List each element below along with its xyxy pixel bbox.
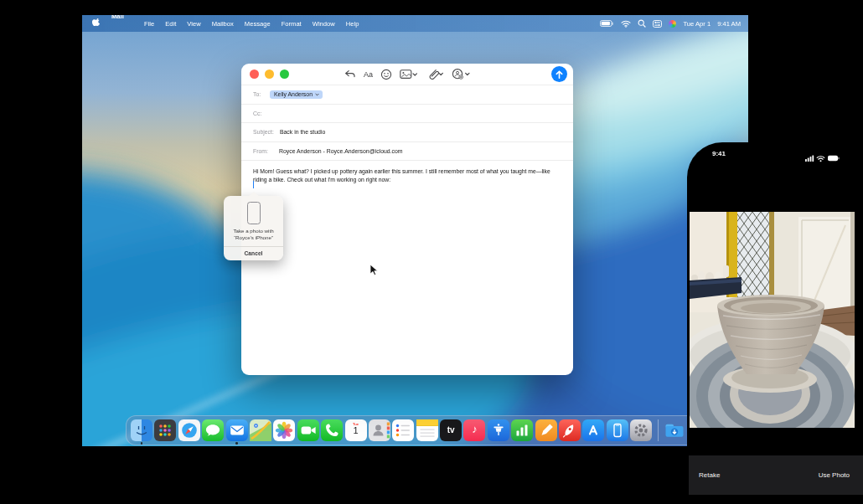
dock-tv-icon[interactable]: tv <box>440 419 462 441</box>
recipient-token[interactable]: Kelly Anderson <box>270 90 323 100</box>
dock-contacts-icon[interactable] <box>369 419 390 441</box>
battery-icon <box>828 156 839 161</box>
siri-icon[interactable] <box>669 20 676 28</box>
subject-field[interactable]: Subject: Back in the studio <box>241 123 573 142</box>
camera-preview-photo <box>690 212 855 428</box>
iphone-outline-icon <box>247 202 261 224</box>
mouse-cursor <box>369 264 379 280</box>
tv-label: tv <box>440 425 462 435</box>
popover-text: Take a photo with “Royce’s iPhone” <box>224 228 283 242</box>
dock-numbers-icon[interactable] <box>511 419 533 441</box>
menu-item-file[interactable]: File <box>144 20 154 28</box>
menubar-time[interactable]: 9:41 AM <box>717 20 741 28</box>
subject-label: Subject: <box>253 129 274 135</box>
menu-item-mail-app[interactable]: Mail <box>111 15 133 34</box>
to-field[interactable]: To: Kelly Anderson <box>241 85 573 105</box>
dock-launchpad-icon[interactable] <box>154 419 176 441</box>
control-center-icon[interactable] <box>653 20 662 28</box>
dock-separator <box>658 419 659 441</box>
attach-file-button[interactable] <box>426 68 444 80</box>
dock-pages-icon[interactable] <box>535 419 557 441</box>
iphone-continuity-camera: 9:41 <box>687 142 863 504</box>
menu-item-view[interactable]: View <box>187 20 200 28</box>
menu-bar: Mail File Edit View Mailbox Message Form… <box>82 15 748 32</box>
spotlight-search-icon[interactable] <box>638 19 646 28</box>
dock-downloads-folder-icon[interactable] <box>664 419 685 441</box>
retake-button[interactable]: Retake <box>699 471 720 479</box>
send-button[interactable] <box>551 66 567 82</box>
menu-item-edit[interactable]: Edit <box>165 20 176 28</box>
menu-item-window[interactable]: Window <box>313 20 335 28</box>
to-label: To: <box>253 91 264 97</box>
photo-browser-button[interactable] <box>400 69 418 80</box>
camera-controls-bar: Retake Use Photo <box>689 455 863 495</box>
emoji-picker-icon[interactable] <box>380 69 392 80</box>
iphone-status-icons <box>805 151 840 166</box>
undo-icon[interactable] <box>344 69 356 80</box>
recipient-name: Kelly Anderson <box>274 91 313 97</box>
calendar-day: 1 <box>345 425 367 435</box>
dock-safari-icon[interactable] <box>178 419 200 441</box>
dock: Tue 1 tv ♪ <box>126 415 705 445</box>
popover-line1: Take a photo with <box>226 228 281 234</box>
chevron-down-icon <box>315 93 319 96</box>
insert-from-iphone-button[interactable] <box>452 68 471 80</box>
menu-item-mailbox[interactable]: Mailbox <box>212 20 234 28</box>
battery-icon[interactable] <box>600 20 614 28</box>
from-value: Royce Anderson - Royce.Anderson@icloud.c… <box>279 148 403 154</box>
dock-calendar-icon[interactable]: Tue 1 <box>345 419 367 441</box>
dock-finder-icon[interactable] <box>131 419 152 441</box>
music-note-glyph: ♪ <box>463 423 485 435</box>
text-caret <box>253 181 254 188</box>
dock-rocket-icon[interactable] <box>559 419 581 441</box>
wifi-icon[interactable] <box>621 20 631 28</box>
cellular-signal-icon <box>805 155 814 162</box>
mail-compose-window: Aa To: Kelly Anderson <box>241 64 573 375</box>
dock-facetime-icon[interactable] <box>297 419 319 441</box>
cc-label: Cc: <box>253 111 264 116</box>
menu-item-message[interactable]: Message <box>245 20 271 28</box>
menubar-date[interactable]: Tue Apr 1 <box>683 20 711 28</box>
cancel-button[interactable]: Cancel <box>224 247 283 260</box>
wifi-icon <box>817 157 824 162</box>
popover-line2: “Royce’s iPhone” <box>226 234 281 241</box>
dock-music-icon[interactable]: ♪ <box>463 419 485 441</box>
dock-mail-icon[interactable] <box>226 419 248 441</box>
dock-photos-icon[interactable] <box>273 419 295 441</box>
subject-value: Back in the studio <box>280 129 325 135</box>
cc-field[interactable]: Cc: <box>241 105 573 124</box>
menu-item-help[interactable]: Help <box>346 20 359 28</box>
continuity-camera-popover: Take a photo with “Royce’s iPhone” Cance… <box>224 196 283 260</box>
dock-phone-icon[interactable] <box>321 419 343 441</box>
dock-appstore-icon[interactable] <box>582 419 604 441</box>
menu-item-format[interactable]: Format <box>282 20 302 28</box>
dock-maps-icon[interactable] <box>250 419 271 441</box>
dock-system-settings-icon[interactable] <box>630 419 652 441</box>
mac-desktop: Mail File Edit View Mailbox Message Form… <box>82 15 748 446</box>
compose-toolbar: Aa <box>241 64 573 85</box>
from-label: From: <box>253 148 273 154</box>
dock-messages-icon[interactable] <box>202 419 224 441</box>
apple-logo-icon[interactable] <box>92 18 101 28</box>
from-field[interactable]: From: Royce Anderson - Royce.Anderson@ic… <box>241 142 573 162</box>
format-text-button[interactable]: Aa <box>364 70 373 79</box>
iphone-status-time: 9:41 <box>712 150 726 157</box>
dock-iphone-mirroring-icon[interactable] <box>607 419 628 441</box>
use-photo-button[interactable]: Use Photo <box>819 471 850 479</box>
dock-reminders-icon[interactable] <box>392 419 414 441</box>
dock-keynote-icon[interactable] <box>488 419 509 441</box>
dock-notes-icon[interactable] <box>416 419 438 441</box>
message-body[interactable]: Hi Mom! Guess what? I picked up pottery … <box>241 161 573 185</box>
